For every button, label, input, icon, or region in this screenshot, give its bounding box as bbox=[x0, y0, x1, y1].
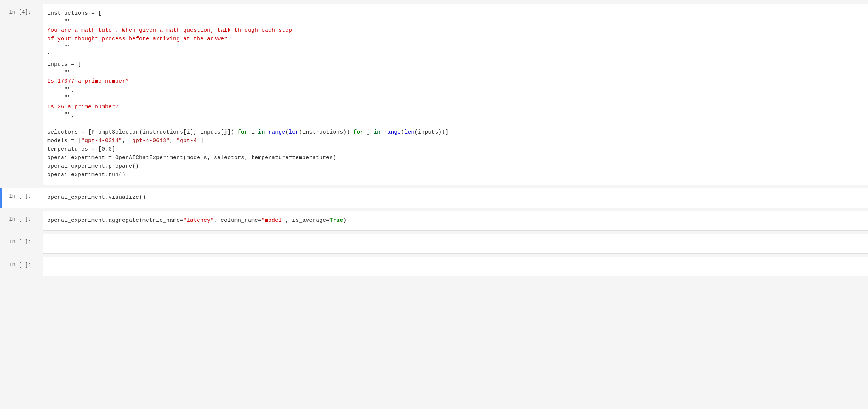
cell-aggregate-code: openai_experiment.aggregate(metric_name=… bbox=[47, 217, 860, 225]
notebook-container: In [4]: instructions = [ """ You are a m… bbox=[0, 0, 868, 409]
cell-aggregate-label: In [ ]: bbox=[2, 211, 43, 231]
cell-visualize-content[interactable]: openai_experiment.visualize() bbox=[43, 188, 868, 208]
cell-empty-2[interactable]: In [ ]: bbox=[0, 257, 868, 277]
cell-empty1-code bbox=[47, 239, 860, 248]
cell-visualize[interactable]: In [ ]: openai_experiment.visualize() bbox=[0, 188, 868, 208]
cell-empty1-content[interactable] bbox=[43, 234, 868, 254]
cell-visualize-code: openai_experiment.visualize() bbox=[47, 194, 860, 202]
cell-4-content[interactable]: instructions = [ """ You are a math tuto… bbox=[43, 4, 868, 185]
cell-empty-1[interactable]: In [ ]: bbox=[0, 234, 868, 254]
cell-4-code: instructions = [ """ You are a math tuto… bbox=[47, 9, 860, 179]
cell-aggregate[interactable]: In [ ]: openai_experiment.aggregate(metr… bbox=[0, 211, 868, 231]
cell-4-label: In [4]: bbox=[2, 4, 43, 185]
cell-visualize-label: In [ ]: bbox=[2, 188, 43, 208]
cell-4[interactable]: In [4]: instructions = [ """ You are a m… bbox=[0, 4, 868, 185]
cell-empty2-label: In [ ]: bbox=[2, 257, 43, 277]
cell-empty2-content[interactable] bbox=[43, 257, 868, 277]
cell-empty2-code bbox=[47, 262, 860, 271]
cell-empty1-label: In [ ]: bbox=[2, 234, 43, 254]
cell-aggregate-content[interactable]: openai_experiment.aggregate(metric_name=… bbox=[43, 211, 868, 231]
